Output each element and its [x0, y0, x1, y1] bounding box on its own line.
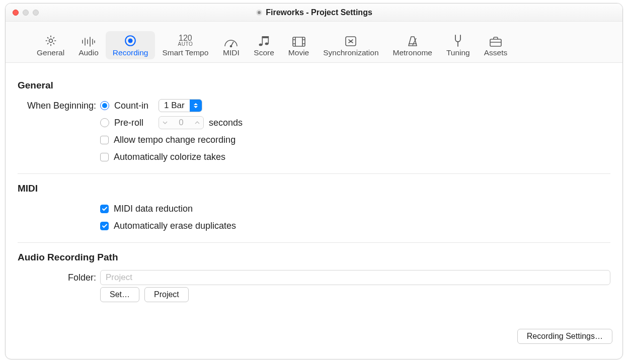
- radio-count-in[interactable]: [100, 101, 109, 110]
- tab-metronome[interactable]: Metronome: [386, 31, 439, 59]
- stepper-down-button[interactable]: [159, 117, 171, 129]
- tempo-auto-label: AUTO: [178, 42, 193, 47]
- minimize-window-button[interactable]: [23, 10, 29, 16]
- set-folder-button[interactable]: Set…: [100, 287, 139, 302]
- svg-rect-18: [293, 37, 305, 46]
- auto-colorize-label: Automatically colorize takes: [114, 152, 225, 162]
- tab-smart-tempo[interactable]: 120 AUTO Smart Tempo: [155, 31, 215, 59]
- section-title-audio-path: Audio Recording Path: [18, 252, 610, 263]
- close-window-button[interactable]: [13, 10, 19, 16]
- tab-general[interactable]: General: [30, 31, 71, 59]
- checkbox-midi-data-reduction[interactable]: [100, 205, 109, 213]
- project-folder-button[interactable]: Project: [144, 287, 189, 302]
- tab-label: Assets: [484, 48, 508, 57]
- tab-synchronization[interactable]: Synchronization: [316, 31, 385, 59]
- count-in-popup[interactable]: 1 Bar: [159, 99, 202, 112]
- erase-duplicates-label: Automatically erase duplicates: [114, 221, 236, 231]
- tab-label: Synchronization: [323, 48, 378, 57]
- pre-roll-label: Pre-roll: [114, 118, 153, 128]
- movie-icon: [290, 34, 307, 47]
- svg-rect-17: [262, 36, 269, 38]
- zoom-window-button[interactable]: [33, 10, 39, 16]
- svg-point-2: [49, 39, 52, 43]
- tab-label: Metronome: [393, 48, 432, 57]
- folder-value: Project: [106, 272, 132, 283]
- svg-point-15: [265, 43, 268, 45]
- section-title-general: General: [18, 80, 610, 91]
- checkbox-allow-tempo[interactable]: [100, 136, 109, 144]
- radio-pre-roll[interactable]: [100, 118, 109, 127]
- audio-wave-icon: [80, 34, 97, 47]
- tab-assets[interactable]: Assets: [477, 31, 515, 59]
- svg-point-12: [230, 46, 232, 47]
- svg-rect-29: [490, 39, 501, 46]
- divider: [18, 173, 610, 174]
- tab-score[interactable]: Score: [247, 31, 281, 59]
- sync-icon: [342, 34, 359, 47]
- tab-label: Movie: [288, 48, 309, 57]
- midi-data-reduction-label: MIDI data reduction: [114, 204, 193, 214]
- svg-rect-14: [262, 37, 263, 45]
- folder-label: Folder:: [18, 272, 100, 283]
- tab-recording[interactable]: Recording: [106, 31, 155, 59]
- popup-arrows-icon: [190, 100, 202, 112]
- record-icon: [122, 34, 139, 47]
- tab-movie[interactable]: Movie: [281, 31, 316, 59]
- project-settings-window: Fireworks - Project Settings General Aud…: [5, 3, 623, 359]
- tab-label: Audio: [78, 48, 99, 57]
- count-in-label: Count-in: [114, 101, 153, 111]
- tab-audio[interactable]: Audio: [71, 31, 106, 59]
- section-title-midi: MIDI: [18, 183, 610, 194]
- briefcase-icon: [487, 34, 504, 47]
- window-title: Fireworks - Project Settings: [256, 8, 372, 17]
- pre-roll-stepper[interactable]: 0: [159, 116, 204, 129]
- content-area: General When Beginning: Count-in 1 Bar P…: [6, 63, 622, 359]
- checkbox-auto-colorize[interactable]: [100, 153, 109, 161]
- smart-tempo-icon: 120 AUTO: [178, 34, 193, 47]
- score-notes-icon: [256, 34, 273, 47]
- gear-icon: [42, 34, 59, 47]
- svg-point-1: [258, 11, 261, 14]
- checkbox-erase-duplicates[interactable]: [100, 222, 109, 230]
- pre-roll-unit: seconds: [209, 118, 243, 128]
- svg-point-10: [128, 38, 133, 43]
- toolbar: General Audio Recording 120 AUTO Smart T…: [6, 22, 622, 63]
- tab-label: Recording: [113, 48, 148, 57]
- allow-tempo-label: Allow tempo change recording: [114, 135, 236, 145]
- stepper-up-button[interactable]: [191, 117, 203, 129]
- window-title-text: Fireworks - Project Settings: [266, 8, 372, 17]
- count-in-value: 1 Bar: [159, 101, 190, 111]
- folder-field[interactable]: Project: [100, 270, 610, 285]
- midi-gauge-icon: [222, 34, 240, 47]
- app-icon: [256, 9, 263, 16]
- tab-label: Smart Tempo: [162, 48, 208, 57]
- divider: [18, 242, 610, 243]
- svg-point-13: [259, 44, 262, 46]
- tempo-number: 120: [179, 35, 192, 42]
- tab-label: Score: [254, 48, 274, 57]
- titlebar: Fireworks - Project Settings: [6, 4, 622, 22]
- tab-midi[interactable]: MIDI: [215, 31, 247, 59]
- tab-label: MIDI: [223, 48, 240, 57]
- metronome-icon: [404, 34, 421, 47]
- pre-roll-value: 0: [171, 118, 191, 128]
- tab-label: Tuning: [446, 48, 470, 57]
- when-beginning-label: When Beginning:: [18, 101, 100, 111]
- traffic-lights: [13, 10, 39, 16]
- tab-label: General: [37, 48, 64, 57]
- tuning-fork-icon: [449, 34, 466, 47]
- recording-settings-button[interactable]: Recording Settings…: [517, 329, 612, 344]
- tab-tuning[interactable]: Tuning: [439, 31, 477, 59]
